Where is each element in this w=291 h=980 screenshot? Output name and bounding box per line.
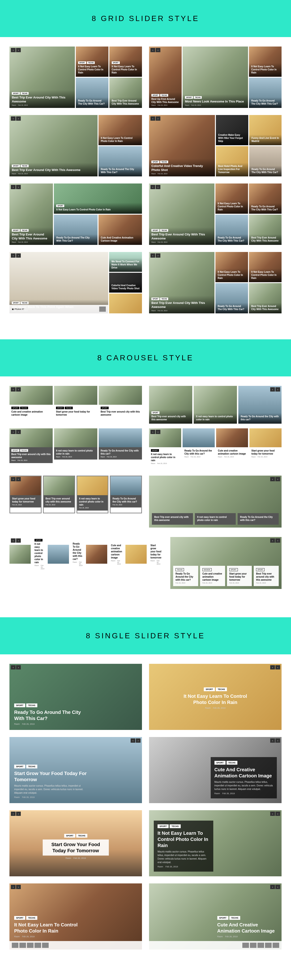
next-arrow-icon[interactable]: ›: [156, 116, 161, 121]
prev-arrow-icon[interactable]: ‹: [151, 253, 155, 258]
carousel-card-horizontal[interactable]: Ready To Go Around the City with this ca…: [48, 537, 84, 571]
carousel-card[interactable]: SPORTTECHSStart grow your food today for…: [54, 386, 97, 419]
grid-tile[interactable]: Ready To Go Around The City With This Ca…: [215, 283, 248, 313]
prev-arrow-icon[interactable]: ‹: [11, 477, 16, 481]
prev-arrow-icon[interactable]: ‹: [270, 665, 275, 670]
single-slider[interactable]: ‹› SPORTTECHS It Not Easy Learn To Contr…: [149, 810, 281, 877]
wide-card[interactable]: Ready To Go Around the City with this ca…: [238, 513, 279, 525]
prev-arrow-icon[interactable]: ‹: [151, 116, 155, 121]
prev-arrow-icon[interactable]: ‹: [270, 387, 275, 391]
carousel-card[interactable]: SPORTIt not easy learn to control photo …: [149, 428, 181, 466]
carousel-card[interactable]: It not easy learn to control photo color…: [76, 476, 109, 513]
grid-tile[interactable]: SPORTTECHSRest Up First Around City With…: [149, 46, 182, 108]
grid-tile[interactable]: Ready To Go Around The City With This Ca…: [249, 183, 281, 214]
next-arrow-icon[interactable]: ›: [275, 477, 280, 481]
carousel-card[interactable]: Ready To Go Around the City with this ca…: [110, 476, 142, 513]
grid-tile[interactable]: Ready To Go Around The City With This Ca…: [249, 146, 281, 177]
thumb[interactable]: [27, 943, 33, 948]
wide-card[interactable]: DESIGNCute and creative animation cartoo…: [200, 566, 225, 586]
grid-tile[interactable]: SPORTTECHSColorful And Creative Video Tr…: [149, 115, 215, 177]
next-arrow-icon[interactable]: ›: [275, 811, 280, 816]
next-arrow-icon[interactable]: ›: [16, 538, 21, 542]
grid-tile[interactable]: Creative Make Easy With Hike Your Forgot…: [216, 115, 248, 145]
next-arrow-icon[interactable]: ›: [156, 430, 161, 434]
single-slider[interactable]: ‹› SPORTTECHS Cute And Creative Animatio…: [149, 737, 281, 803]
next-arrow-icon[interactable]: ›: [16, 185, 21, 189]
prev-arrow-icon[interactable]: ‹: [11, 48, 16, 52]
next-arrow-icon[interactable]: ›: [16, 665, 21, 670]
grid-tile[interactable]: Best Trip Ever Around City With This Awe…: [249, 215, 281, 245]
prev-arrow-icon[interactable]: ‹: [11, 387, 16, 391]
grid-tile[interactable]: Ready To Go Around The City With This Ca…: [76, 78, 108, 108]
carousel-card-horizontal[interactable]: Cute and creative animation cartoon imag…: [86, 537, 124, 571]
next-arrow-icon[interactable]: ›: [16, 811, 21, 816]
grid-tile[interactable]: Colorful And Creative Video Trendy Photo…: [109, 273, 142, 293]
grid-tile[interactable]: Ready To Go Around The City With This Ca…: [54, 215, 97, 245]
thumb[interactable]: [242, 943, 249, 948]
grid-tile[interactable]: [109, 294, 142, 313]
prev-arrow-icon[interactable]: ‹: [11, 116, 16, 121]
next-arrow-icon[interactable]: ›: [275, 538, 280, 542]
grid-tile[interactable]: Best Hotel Photo And Live Inspection For…: [216, 146, 248, 177]
grid-tile[interactable]: It Not Easy Learn To Control Photo Color…: [215, 252, 248, 282]
grid-tile[interactable]: Ready To Go Around The City With This Ca…: [215, 215, 248, 245]
single-slider[interactable]: ‹› SPORTTECHS Cute And Creative Animatio…: [149, 883, 281, 950]
carousel-card[interactable]: Cute and creative animation cartoon imag…: [216, 428, 248, 466]
carousel-card[interactable]: Start grow your food today for tomorrowF…: [10, 476, 41, 513]
wide-card[interactable]: Best Trip ever around city with this awe…: [152, 513, 193, 525]
thumb[interactable]: [35, 943, 41, 948]
single-slider[interactable]: ‹› SPORTTECHS Start Grow Your Food Today…: [10, 737, 142, 803]
prev-arrow-icon[interactable]: ‹: [270, 885, 275, 889]
next-arrow-icon[interactable]: ›: [16, 477, 21, 481]
next-arrow-icon[interactable]: ›: [156, 253, 161, 258]
prev-arrow-icon[interactable]: ‹: [270, 811, 275, 816]
next-arrow-icon[interactable]: ›: [275, 738, 280, 743]
single-slider[interactable]: ‹› SPORTTECHS Start Grow Your Food Today…: [10, 810, 142, 877]
grid-tile[interactable]: Cute And Creative Animation Cartoon Imag…: [99, 215, 142, 245]
grid-tile[interactable]: SPORTTECHSBest Trip Ever Around City Wit…: [149, 252, 215, 313]
next-arrow-icon[interactable]: ›: [275, 387, 280, 391]
carousel-card[interactable]: SPORTBest Trip ever around city with thi…: [149, 386, 192, 424]
single-slider[interactable]: ‹› SPORTTECHS Ready To Go Around The Cit…: [10, 664, 142, 730]
thumb[interactable]: [19, 943, 26, 948]
grid-tile[interactable]: Best Trip Ever Around City With This Awe…: [109, 78, 142, 108]
prev-arrow-icon[interactable]: ‹: [11, 538, 16, 542]
prev-arrow-icon[interactable]: ‹: [151, 430, 155, 434]
prev-arrow-icon[interactable]: ‹: [11, 665, 16, 670]
thumb[interactable]: [12, 943, 18, 948]
grid-tile[interactable]: SPORTTECHSIt Not Easy Learn To Control P…: [76, 46, 108, 77]
thumb[interactable]: [250, 943, 256, 948]
next-arrow-icon[interactable]: ›: [16, 48, 21, 52]
carousel-card[interactable]: It not easy learn to control photo color…: [194, 386, 237, 424]
grid-tile[interactable]: SPORTTECHSMost News Look Awesome In This…: [183, 46, 248, 108]
grid-tile[interactable]: SPORTTECHSBest Trip Ever Around City Wit…: [10, 183, 53, 245]
grid-tile[interactable]: SPORTTECHSBest Trip Ever Around City Wit…: [10, 46, 75, 108]
wide-card[interactable]: SPORTStart grow your food today for tomo…: [227, 566, 252, 586]
prev-arrow-icon[interactable]: ‹: [270, 538, 275, 542]
grid-tile[interactable]: SPORTTECHSBest Trip Ever Around City Wit…: [149, 183, 215, 245]
next-arrow-icon[interactable]: ›: [16, 387, 21, 391]
carousel-card[interactable]: SPORTBest Trip ever around city with thi…: [99, 386, 142, 419]
carousel-card[interactable]: It not easy learn to control photo color…: [54, 428, 97, 463]
single-slider[interactable]: ‹› SPORTTECHS It Not Easy Learn To Contr…: [10, 883, 142, 950]
carousel-card[interactable]: Ready To Go Around the City with this ca…: [239, 386, 281, 424]
grid-tile[interactable]: Best Trip Ever Around City With This Awe…: [249, 283, 281, 313]
prev-arrow-icon[interactable]: ‹: [151, 48, 155, 52]
prev-arrow-icon[interactable]: ‹: [11, 885, 16, 889]
next-arrow-icon[interactable]: ›: [156, 185, 161, 189]
prev-arrow-icon[interactable]: ‹: [11, 430, 16, 434]
next-arrow-icon[interactable]: ›: [16, 253, 21, 258]
carousel-card[interactable]: Ready To Go Around the City with this ca…: [99, 428, 142, 463]
grid-tile[interactable]: It Not Easy Learn To Control Photo Color…: [215, 183, 248, 214]
next-arrow-icon[interactable]: ›: [16, 116, 21, 121]
wide-card[interactable]: It not easy learn to control photo color…: [195, 513, 236, 525]
prev-arrow-icon[interactable]: ‹: [11, 811, 16, 816]
grid-tile[interactable]: We Need To Connect For Make It Work When…: [109, 252, 142, 272]
grid-tile[interactable]: SPORTTECHSBest Trip Ever Around City Wit…: [10, 115, 97, 177]
prev-arrow-icon[interactable]: ‹: [270, 738, 275, 743]
wide-card[interactable]: SPORTBest Trip ever around city with thi…: [254, 566, 279, 586]
carousel-card[interactable]: Best Trip ever around city with this awe…: [43, 476, 75, 513]
prev-arrow-icon[interactable]: ‹: [270, 477, 275, 481]
grid-tile[interactable]: Funny And Live Event In Madrid: [249, 115, 281, 145]
single-slider[interactable]: ‹› SPORTTECHS It Not Easy Learn To Contr…: [149, 664, 281, 730]
